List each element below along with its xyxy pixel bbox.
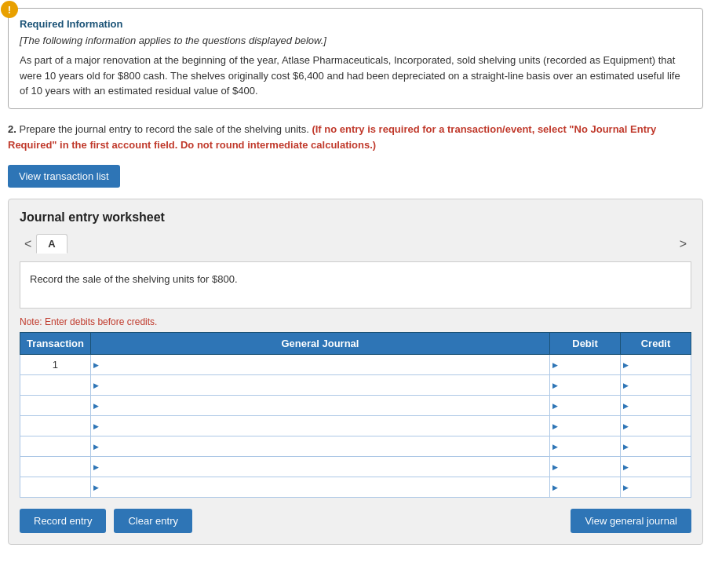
general-journal-input[interactable]: [91, 436, 549, 456]
debit-input[interactable]: [550, 436, 620, 456]
general-journal-cell[interactable]: [90, 375, 549, 396]
debit-input[interactable]: [550, 375, 620, 395]
journal-table: Transaction General Journal Debit Credit…: [20, 332, 691, 498]
credit-input[interactable]: [621, 375, 691, 395]
tab-navigation: < A >: [20, 234, 691, 254]
journal-worksheet: Journal entry worksheet < A > Record the…: [8, 199, 703, 545]
transaction-cell: [20, 416, 91, 436]
credit-cell[interactable]: [621, 355, 691, 375]
debit-cell[interactable]: [550, 477, 621, 498]
credit-input[interactable]: [621, 457, 691, 477]
credit-cell[interactable]: [621, 436, 691, 457]
credit-input[interactable]: [621, 436, 691, 456]
credit-cell[interactable]: [621, 477, 691, 498]
table-row: [20, 436, 691, 457]
general-journal-cell[interactable]: [90, 477, 549, 498]
debit-cell[interactable]: [550, 457, 621, 477]
question-number: 2.: [8, 123, 16, 135]
table-row: [20, 396, 691, 416]
clear-entry-button[interactable]: Clear entry: [114, 509, 192, 533]
action-buttons: Record entry Clear entry View general jo…: [20, 509, 691, 533]
general-journal-cell[interactable]: [90, 457, 549, 477]
debit-cell[interactable]: [550, 436, 621, 457]
debit-input[interactable]: [550, 416, 620, 436]
debit-cell[interactable]: [550, 375, 621, 396]
credit-input[interactable]: [621, 355, 691, 374]
general-journal-input[interactable]: [91, 416, 549, 436]
info-icon: !: [1, 1, 18, 18]
question-body: Prepare the journal entry to record the …: [19, 123, 308, 135]
col-header-credit: Credit: [621, 333, 691, 355]
info-box-subtitle: [The following information applies to th…: [20, 35, 691, 46]
col-header-general-journal: General Journal: [90, 333, 549, 355]
general-journal-input[interactable]: [91, 375, 549, 395]
debit-cell[interactable]: [550, 355, 621, 375]
transaction-cell: [20, 477, 91, 498]
general-journal-cell[interactable]: [90, 396, 549, 416]
table-row: [20, 416, 691, 436]
credit-cell[interactable]: [621, 457, 691, 477]
prev-tab-arrow[interactable]: <: [20, 237, 36, 251]
info-box-title: Required Information: [20, 18, 691, 30]
table-row: [20, 457, 691, 477]
transaction-cell: [20, 396, 91, 416]
info-box: ! Required Information [The following in…: [8, 8, 703, 109]
debit-cell[interactable]: [550, 396, 621, 416]
debit-input[interactable]: [550, 396, 620, 415]
general-journal-input[interactable]: [91, 457, 549, 477]
worksheet-title: Journal entry worksheet: [20, 210, 691, 225]
debit-input[interactable]: [550, 355, 620, 374]
credit-cell[interactable]: [621, 375, 691, 396]
general-journal-cell[interactable]: [90, 436, 549, 457]
view-general-journal-button[interactable]: View general journal: [571, 509, 691, 533]
table-row: [20, 375, 691, 396]
general-journal-input[interactable]: [91, 477, 549, 497]
record-entry-button[interactable]: Record entry: [20, 509, 106, 533]
transaction-cell: [20, 375, 91, 396]
transaction-cell: 1: [20, 355, 91, 375]
tab-a[interactable]: A: [36, 234, 67, 254]
credit-cell[interactable]: [621, 396, 691, 416]
question-text: 2. Prepare the journal entry to record t…: [8, 122, 703, 155]
general-journal-input[interactable]: [91, 396, 549, 415]
info-box-body: As part of a major renovation at the beg…: [20, 53, 691, 99]
transaction-cell: [20, 436, 91, 457]
credit-input[interactable]: [621, 416, 691, 436]
table-row: [20, 477, 691, 498]
debit-credit-note: Note: Enter debits before credits.: [20, 316, 691, 327]
table-row: 1: [20, 355, 691, 375]
debit-input[interactable]: [550, 477, 620, 497]
credit-input[interactable]: [621, 477, 691, 497]
next-tab-arrow[interactable]: >: [675, 237, 691, 251]
general-journal-input[interactable]: [91, 355, 549, 374]
transaction-cell: [20, 457, 91, 477]
view-transaction-button[interactable]: View transaction list: [8, 165, 120, 188]
credit-input[interactable]: [621, 396, 691, 415]
general-journal-cell[interactable]: [90, 416, 549, 436]
debit-input[interactable]: [550, 457, 620, 477]
general-journal-cell[interactable]: [90, 355, 549, 375]
transaction-description: Record the sale of the shelving units fo…: [20, 261, 691, 309]
col-header-debit: Debit: [550, 333, 621, 355]
credit-cell[interactable]: [621, 416, 691, 436]
debit-cell[interactable]: [550, 416, 621, 436]
col-header-transaction: Transaction: [20, 333, 91, 355]
